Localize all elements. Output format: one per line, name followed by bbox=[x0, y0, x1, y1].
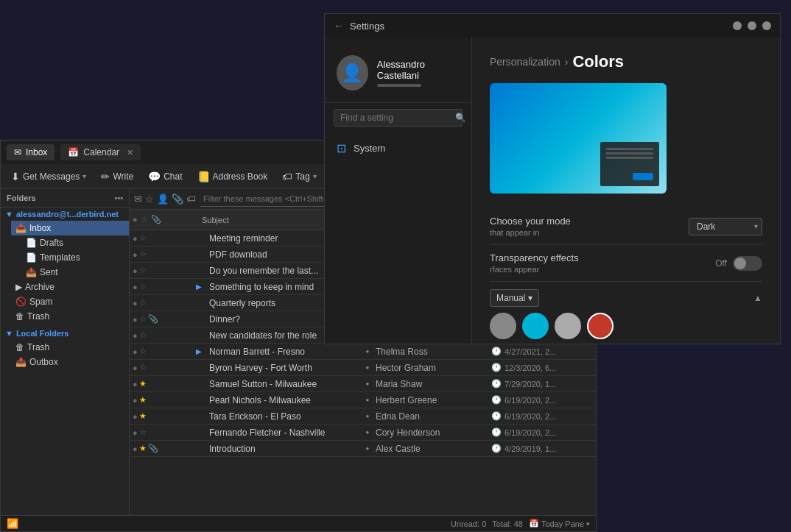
tag-button[interactable]: 🏷 Tag ▾ bbox=[276, 169, 322, 185]
sidebar-item-sent[interactable]: 📤 Sent bbox=[21, 265, 129, 280]
sidebar-item-trash[interactable]: 🗑 Trash bbox=[11, 309, 129, 324]
star-flag-8[interactable]: ☆ bbox=[139, 347, 147, 356]
folders-more-icon[interactable]: ••• bbox=[114, 194, 123, 202]
msg-flags-11: ● ★ bbox=[130, 395, 196, 405]
sidebar-item-templates[interactable]: 📄 Templates bbox=[21, 250, 129, 265]
table-row[interactable]: ● ★ Samuel Sutton - Milwaukee ● Maria Sh… bbox=[130, 376, 596, 392]
sidebar-item-outbox[interactable]: 📤 Outbox bbox=[11, 355, 129, 369]
table-row[interactable]: ● ★ Pearl Nichols - Milwaukee ● Herbert … bbox=[130, 392, 596, 408]
mode-select[interactable]: Dark Light Custom bbox=[689, 218, 762, 235]
effects-value-label: Off bbox=[715, 258, 727, 269]
color-swatch-teal[interactable] bbox=[522, 313, 549, 339]
settings-search-input[interactable] bbox=[340, 113, 451, 123]
msg-dot-8: ● bbox=[362, 348, 373, 355]
sidebar: Folders ••• ▼ alessandro@t...derbird.net… bbox=[1, 189, 130, 515]
star-flag-4[interactable]: ☆ bbox=[139, 282, 147, 291]
star-flag-5[interactable]: ☆ bbox=[139, 298, 147, 308]
color-swatch-gray[interactable] bbox=[490, 313, 516, 339]
sidebar-item-spam[interactable]: 🚫 Spam bbox=[11, 294, 129, 309]
table-row[interactable]: ● ★ 📎 Introduction ● Alex Castle 🕐 4/29/… bbox=[130, 441, 596, 457]
star-flag-14[interactable]: ★ bbox=[139, 444, 147, 453]
color-swatch-silver[interactable] bbox=[555, 313, 581, 339]
settings-nav-system[interactable]: ⊡ System bbox=[325, 135, 471, 161]
msg-date-10: 7/29/2020, 1... bbox=[502, 380, 583, 389]
breadcrumb-parent: Personalization bbox=[490, 56, 560, 68]
minimize-button[interactable] bbox=[733, 21, 742, 30]
today-pane-chevron: ▾ bbox=[586, 520, 590, 528]
filter-attachment-icon[interactable]: 📎 bbox=[172, 194, 183, 205]
msg-date-14: 4/29/2019, 1... bbox=[502, 444, 583, 453]
mode-desc: that appear in bbox=[490, 228, 571, 237]
star-flag-1[interactable]: ☆ bbox=[139, 233, 147, 243]
address-book-button[interactable]: 📒 Address Book bbox=[191, 169, 274, 185]
effects-label: Transparency effects bbox=[490, 252, 579, 263]
table-row[interactable]: ● ☆ ▶ Norman Barrett - Fresno ● Thelma R… bbox=[130, 344, 596, 360]
close-button[interactable] bbox=[762, 21, 771, 30]
expand-icon-4[interactable]: ▶ bbox=[196, 283, 206, 291]
star-flag-13[interactable]: ☆ bbox=[139, 428, 147, 437]
sidebar-item-local-trash[interactable]: 🗑 Trash bbox=[11, 340, 129, 355]
drafts-folder-label: Drafts bbox=[40, 238, 63, 248]
color-swatch-red[interactable] bbox=[587, 313, 614, 339]
star-flag-7[interactable]: ☆ bbox=[139, 330, 147, 340]
mockup-button bbox=[633, 173, 653, 180]
get-messages-button[interactable]: ⬇ Get Messages ▾ bbox=[5, 169, 92, 185]
filter-unread-icon[interactable]: ✉ bbox=[134, 194, 142, 205]
accent-collapse-icon[interactable]: ▲ bbox=[753, 293, 762, 303]
effects-toggle[interactable] bbox=[733, 256, 762, 271]
mode-label: Choose your mode bbox=[490, 216, 571, 227]
table-row[interactable]: ● ★ Tara Erickson - El Paso ● Edna Dean … bbox=[130, 408, 596, 425]
filter-contact-icon[interactable]: 👤 bbox=[157, 194, 169, 205]
wallpaper-preview[interactable] bbox=[490, 83, 667, 194]
settings-window: ← Settings 👤 Alessandro Castellani bbox=[324, 13, 781, 344]
sidebar-item-drafts[interactable]: 📄 Drafts bbox=[21, 235, 129, 250]
msg-date-12: 6/19/2020, 2... bbox=[502, 412, 583, 421]
star-flag-3[interactable]: ☆ bbox=[139, 266, 147, 275]
filter-star-icon[interactable]: ☆ bbox=[145, 194, 154, 205]
settings-search-bar: 🔍 bbox=[334, 109, 463, 127]
breadcrumb-current: Colors bbox=[572, 52, 624, 71]
expand-icon-8[interactable]: ▶ bbox=[196, 347, 206, 355]
star-flag-2[interactable]: ☆ bbox=[139, 249, 147, 259]
table-row[interactable]: ● ☆ Byron Harvey - Fort Worth ● Hector G… bbox=[130, 360, 596, 376]
settings-main: Personalization › Colors Choose bbox=[472, 38, 780, 344]
msg-subject-9: Byron Harvey - Fort Worth bbox=[206, 363, 362, 373]
settings-body: 👤 Alessandro Castellani 🔍 ⊡ System bbox=[325, 38, 780, 344]
sidebar-item-inbox[interactable]: 📥 Inbox bbox=[11, 221, 129, 235]
accent-mode-select[interactable]: Manual ▾ bbox=[490, 289, 539, 307]
read-flag-11: ● bbox=[133, 396, 138, 405]
chat-button[interactable]: 💬 Chat bbox=[142, 169, 188, 185]
star-flag-9[interactable]: ☆ bbox=[139, 363, 147, 372]
tab-inbox[interactable]: ✉ Inbox bbox=[7, 144, 55, 160]
settings-back-button[interactable]: ← bbox=[334, 20, 344, 32]
msg-dot-9: ● bbox=[362, 364, 373, 371]
breadcrumb-chevron-icon: › bbox=[565, 56, 569, 68]
star-flag-12[interactable]: ★ bbox=[139, 411, 147, 421]
breadcrumb: Personalization › Colors bbox=[490, 52, 762, 71]
today-pane-button[interactable]: 📅 Today Pane ▾ bbox=[529, 519, 590, 528]
templates-folder-icon: 📄 bbox=[26, 252, 37, 263]
tab-calendar[interactable]: 📅 Calendar ✕ bbox=[60, 144, 141, 160]
wallpaper-window-mockup bbox=[600, 142, 659, 186]
inbox-tab-icon: ✉ bbox=[14, 147, 21, 157]
attach-flag-6: 📎 bbox=[148, 314, 158, 324]
star-flag-10[interactable]: ★ bbox=[139, 379, 147, 389]
sidebar-item-archive[interactable]: ▶ Archive bbox=[11, 280, 129, 294]
color-swatches bbox=[490, 313, 762, 339]
read-flag-13: ● bbox=[133, 428, 138, 437]
star-flag-6[interactable]: ☆ bbox=[139, 314, 147, 324]
local-folders-label: Local Folders bbox=[16, 329, 69, 338]
accent-color-row: Manual ▾ ▲ bbox=[490, 289, 762, 307]
flag-col-icon: ● bbox=[133, 215, 138, 224]
calendar-tab-close[interactable]: ✕ bbox=[127, 148, 133, 157]
msg-dot-11: ● bbox=[362, 397, 373, 403]
star-flag-11[interactable]: ★ bbox=[139, 395, 147, 405]
sidebar-item-local-folders[interactable]: ▼ Local Folders bbox=[1, 327, 129, 340]
maximize-button[interactable] bbox=[748, 21, 756, 30]
write-button[interactable]: ✏ Write bbox=[95, 169, 139, 185]
sidebar-item-account[interactable]: ▼ alessandro@t...derbird.net bbox=[1, 208, 129, 221]
table-row[interactable]: ● ☆ Fernando Fletcher - Nashville ● Cory… bbox=[130, 425, 596, 441]
read-flag-6: ● bbox=[133, 315, 138, 324]
write-icon: ✏ bbox=[101, 171, 110, 182]
filter-tag-icon[interactable]: 🏷 bbox=[186, 194, 196, 205]
